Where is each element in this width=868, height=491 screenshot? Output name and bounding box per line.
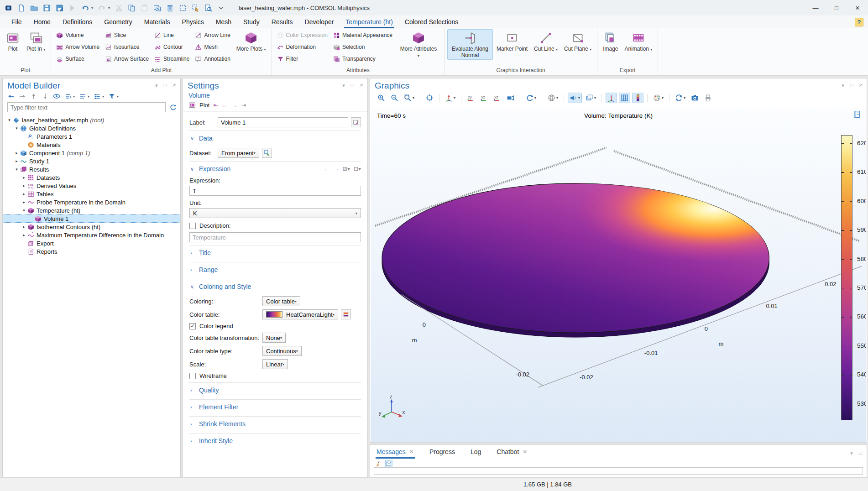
ribbon-button-evaluate-along-normal[interactable]: Evaluate Along Normal xyxy=(447,29,493,60)
tree-expander-icon[interactable]: ▸ xyxy=(14,159,20,163)
show-axes-button[interactable] xyxy=(606,93,617,103)
tab-log[interactable]: Log xyxy=(470,448,482,459)
show-grid-button[interactable] xyxy=(619,93,630,103)
ribbon-tab-mesh[interactable]: Mesh xyxy=(210,16,237,28)
section-range[interactable]: ›Range xyxy=(189,262,361,276)
panel-float-icon[interactable]: □ xyxy=(350,83,355,88)
toolbar-options-icon[interactable] xyxy=(217,4,225,12)
section-expression[interactable]: ∨Expression ←→ ⊞▾⊡▾ xyxy=(189,161,361,175)
tree-node-isothermal-contours-ht-[interactable]: ▸Isothermal Contours (ht) xyxy=(3,223,180,231)
ribbon-button-material-appearance[interactable]: Material Appearance xyxy=(331,29,395,41)
ribbon-tab-file[interactable]: File xyxy=(5,16,28,28)
expression-input[interactable] xyxy=(189,186,361,196)
section-coloring-style[interactable]: ∨Coloring and Style xyxy=(189,279,361,293)
ribbon-button-streamline[interactable]: Streamline xyxy=(152,53,192,65)
delete-icon[interactable] xyxy=(166,4,174,12)
expr-next-icon[interactable]: → xyxy=(334,166,339,172)
description-input[interactable] xyxy=(189,232,361,242)
tree-expander-icon[interactable]: ▸ xyxy=(21,200,27,204)
messages-content[interactable] xyxy=(374,467,863,475)
panel-menu-icon[interactable]: ▾ xyxy=(341,83,346,88)
rename-button[interactable] xyxy=(351,117,361,127)
tab-progress[interactable]: Progress xyxy=(429,448,456,459)
ribbon-button-animation[interactable]: Animation ▾ xyxy=(622,29,655,53)
view-xy-button[interactable]: xy xyxy=(465,93,476,103)
help-icon[interactable]: ? xyxy=(855,18,863,26)
ribbon-button-plot[interactable]: Plot xyxy=(3,29,23,53)
settings-plot-button[interactable]: Plot xyxy=(199,102,209,109)
ribbon-button-mesh[interactable]: Mesh xyxy=(193,41,232,53)
tree-expander-icon[interactable]: ▾ xyxy=(21,208,27,213)
panel-float-icon[interactable]: □ xyxy=(162,83,168,88)
tree-expander-icon[interactable]: ▾ xyxy=(14,126,20,131)
ribbon-tab-temperature-ht-[interactable]: Temperature (ht) xyxy=(340,16,398,28)
tree-node-tables[interactable]: ▸Tables xyxy=(3,190,180,198)
panel-pin-icon[interactable]: 📌︎ xyxy=(358,83,364,88)
tree-filter-input[interactable] xyxy=(7,102,166,112)
close-button[interactable]: ✕ xyxy=(847,0,868,16)
tree-node-maximum-temperature-difference-in-the-domain[interactable]: ▸*Maximum Temperature Difference in the … xyxy=(3,231,180,239)
go-back-icon[interactable] xyxy=(7,93,15,100)
label-field[interactable] xyxy=(218,117,348,127)
go-to-default-view-button[interactable]: ▾ xyxy=(443,93,457,103)
save-as-icon[interactable] xyxy=(56,4,63,12)
ribbon-button-more-attributes[interactable]: More Attributes ▾ xyxy=(396,29,441,60)
scale-select[interactable]: Linear▾ xyxy=(262,359,288,369)
graphics-window-controls[interactable]: ▾□📌︎ xyxy=(840,81,863,88)
color-table-select[interactable]: HeatCameraLight▾ xyxy=(262,309,338,319)
settings-window-controls[interactable]: ▾□📌︎ xyxy=(341,81,364,88)
ribbon-tab-definitions[interactable]: Definitions xyxy=(57,16,98,28)
plot-properties-icon[interactable] xyxy=(853,110,861,118)
ribbon-tab-materials[interactable]: Materials xyxy=(138,16,176,28)
view-yz-button[interactable]: yz xyxy=(478,93,490,103)
go-to-source-button[interactable] xyxy=(262,148,272,158)
tree-expander-icon[interactable]: ▸ xyxy=(21,225,27,229)
go-previous-icon[interactable]: ← xyxy=(222,102,228,109)
tree-node-reports[interactable]: Reports xyxy=(3,247,180,256)
close-tab-icon[interactable]: ✕ xyxy=(523,449,527,455)
ribbon-tab-geometry[interactable]: Geometry xyxy=(98,16,138,28)
ribbon-button-line[interactable]: Line xyxy=(152,29,192,41)
tab-messages[interactable]: Messages✕ xyxy=(376,448,415,459)
coloring-select[interactable]: Color table▾ xyxy=(262,296,300,306)
zoom-in-button[interactable] xyxy=(376,93,387,103)
ribbon-button-color-expression[interactable]: Color Expression xyxy=(275,29,330,41)
tree-expander-icon[interactable]: ▾ xyxy=(6,118,12,122)
ribbon-tab-results[interactable]: Results xyxy=(266,16,299,28)
dataset-select[interactable]: From parent▾ xyxy=(218,148,259,158)
tree-expander-icon[interactable]: ▸ xyxy=(21,183,27,188)
copy-icon[interactable] xyxy=(128,4,136,12)
messages-window-controls[interactable]: ▾□ xyxy=(849,449,863,456)
panel-menu-icon[interactable]: ▾ xyxy=(840,83,846,88)
tree-expander-icon[interactable]: ▸ xyxy=(21,233,27,237)
expand-all-icon[interactable] xyxy=(64,93,72,100)
rotate-view-button[interactable]: ▾ xyxy=(524,93,538,103)
tree-expander-icon[interactable]: ▾ xyxy=(14,167,20,172)
tree-node-results[interactable]: ▾Results xyxy=(3,165,180,173)
duplicate-icon[interactable] xyxy=(153,4,161,12)
cut-icon[interactable] xyxy=(115,4,123,12)
section-quality[interactable]: ›Quality xyxy=(189,382,361,397)
run-icon[interactable] xyxy=(68,4,76,12)
zoom-out-button[interactable] xyxy=(389,93,400,103)
refresh-icon[interactable] xyxy=(169,104,177,111)
tree-node-probe-temperature-in-the-domain[interactable]: ▸Probe Temperature in the Domain xyxy=(3,198,180,206)
zoom-extents-button[interactable] xyxy=(424,93,435,103)
color-legend-checkbox[interactable]: ✓ xyxy=(189,323,196,329)
tree-node-study-1[interactable]: ▸Study 1 xyxy=(3,157,180,165)
snapshot-button[interactable] xyxy=(689,93,701,103)
panel-menu-icon[interactable]: ▾ xyxy=(849,450,854,456)
model-builder-window-controls[interactable]: ▾□📌︎ xyxy=(154,81,177,88)
redo-icon[interactable] xyxy=(98,4,106,12)
ribbon-button-annotation[interactable]: TAnnotation xyxy=(193,53,232,65)
find-icon[interactable] xyxy=(204,4,212,12)
tree-node-temperature-ht-[interactable]: ▾Temperature (ht) xyxy=(3,206,180,214)
expression-menu-icon[interactable]: ⊡▾ xyxy=(354,166,361,172)
collapse-all-icon[interactable] xyxy=(79,93,86,100)
show-color-legend-button[interactable] xyxy=(632,93,643,103)
ribbon-button-selection[interactable]: Selection xyxy=(331,41,395,53)
tree-node-derived-values[interactable]: ▸8.85e-12Derived Values xyxy=(3,182,180,190)
go-forward-icon[interactable] xyxy=(19,93,26,100)
new-file-icon[interactable] xyxy=(17,4,25,12)
ribbon-button-deformation[interactable]: Deformation xyxy=(275,41,330,53)
